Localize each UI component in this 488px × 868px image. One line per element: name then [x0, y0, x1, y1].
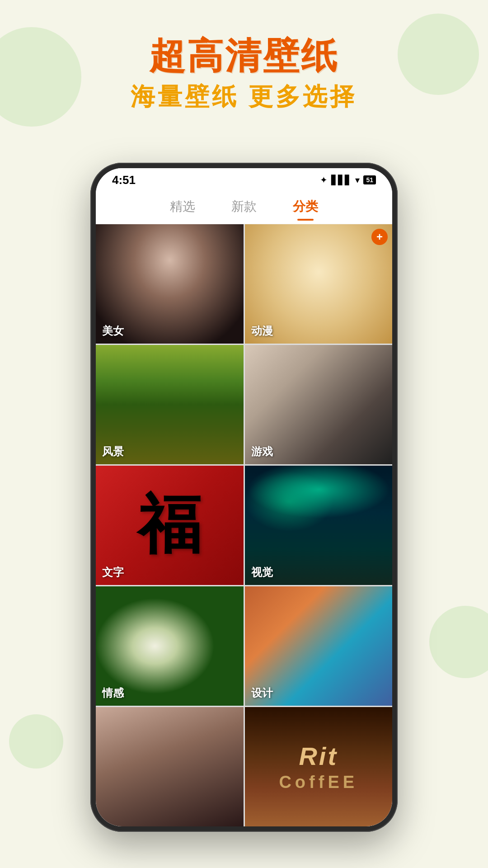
battery-indicator: 51 — [363, 175, 376, 184]
plus-badge-icon: + — [371, 229, 388, 245]
cell-label-text: 文字 — [102, 565, 124, 580]
grid-cell-visual[interactable]: 视觉 — [245, 466, 393, 585]
tab-category[interactable]: 分类 — [293, 198, 318, 218]
status-bar: 4:51 ✦ ▋▋▋ ▾ 51 — [96, 168, 392, 192]
coffee-content: Rit CoffEE — [245, 707, 393, 826]
grid-cell-beauty[interactable]: 美女 — [96, 224, 244, 344]
wifi-icon: ▾ — [355, 175, 360, 185]
status-icons: ✦ ▋▋▋ ▾ 51 — [320, 175, 376, 185]
cell-label-anime: 动漫 — [251, 324, 273, 338]
tab-featured[interactable]: 精选 — [170, 198, 195, 218]
bluetooth-icon: ✦ — [320, 175, 328, 185]
cell-label-visual: 视觉 — [251, 565, 273, 580]
grid-cell-text[interactable]: 文字 — [96, 466, 244, 585]
coffee-coffee-text: CoffEE — [279, 773, 358, 792]
status-time: 4:51 — [112, 173, 136, 187]
grid-cell-game[interactable]: 游戏 — [245, 345, 393, 464]
coffee-rit-text: Rit — [299, 741, 338, 771]
grid-cell-anime[interactable]: + 动漫 — [245, 224, 393, 344]
cell-label-scenery: 风景 — [102, 444, 124, 459]
bg-decoration-bl — [9, 714, 63, 769]
cell-label-design: 设计 — [251, 686, 273, 700]
grid-cell-portrait2[interactable] — [96, 707, 244, 826]
phone-wrapper: 4:51 ✦ ▋▋▋ ▾ 51 精选 新款 分类 — [90, 163, 398, 832]
header-section: 超高清壁纸 海量壁纸 更多选择 — [0, 36, 488, 113]
cell-label-game: 游戏 — [251, 444, 273, 459]
cell-label-beauty: 美女 — [102, 324, 124, 338]
sub-title: 海量壁纸 更多选择 — [0, 80, 488, 113]
grid-cell-scenery[interactable]: 风景 — [96, 345, 244, 464]
main-title: 超高清壁纸 — [0, 36, 488, 76]
category-grid: 美女 + 动漫 风景 游戏 文字 — [96, 224, 392, 826]
signal-icon: ▋▋▋ — [331, 175, 352, 185]
grid-cell-design[interactable]: 设计 — [245, 586, 393, 706]
phone-frame: 4:51 ✦ ▋▋▋ ▾ 51 精选 新款 分类 — [90, 163, 398, 832]
grid-cell-emotion[interactable]: 情感 — [96, 586, 244, 706]
cell-label-emotion: 情感 — [102, 686, 124, 700]
bg-decoration-br — [429, 606, 488, 678]
grid-cell-coffee[interactable]: Rit CoffEE — [245, 707, 393, 826]
tab-new[interactable]: 新款 — [231, 198, 257, 218]
tab-bar: 精选 新款 分类 — [96, 192, 392, 224]
phone-screen: 4:51 ✦ ▋▋▋ ▾ 51 精选 新款 分类 — [96, 168, 392, 826]
